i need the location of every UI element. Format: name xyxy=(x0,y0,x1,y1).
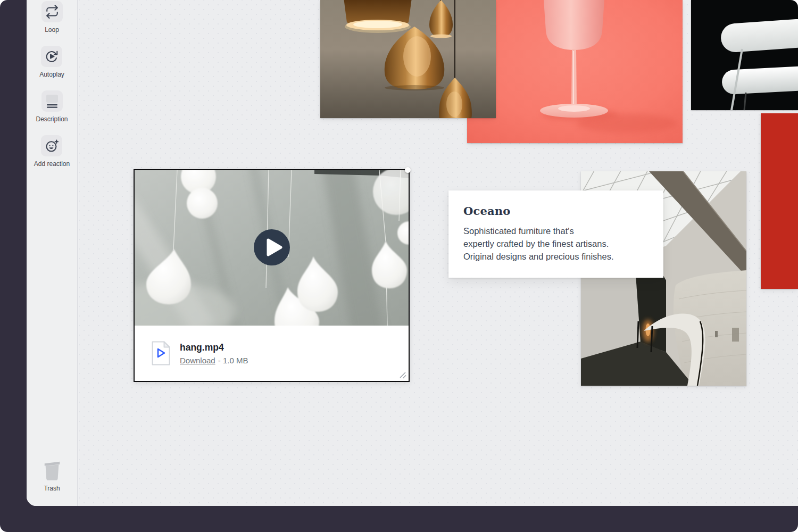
video-file-info: hang.mp4 Download- 1.0 MB xyxy=(135,326,409,381)
video-card[interactable]: hang.mp4 Download- 1.0 MB xyxy=(134,169,410,382)
tool-label: Add reaction xyxy=(34,160,70,168)
autoplay-icon xyxy=(45,49,59,63)
trash-label: Trash xyxy=(44,485,60,492)
play-button[interactable] xyxy=(253,229,290,266)
file-size: - 1.0 MB xyxy=(218,356,248,365)
pink-goblet-illustration xyxy=(467,0,683,143)
tool-label: Description xyxy=(36,115,68,123)
resize-handle[interactable] xyxy=(398,371,407,379)
description-button[interactable] xyxy=(41,90,63,112)
tool-autoplay[interactable]: Autoplay xyxy=(39,46,64,78)
tool-add-reaction[interactable]: Add reaction xyxy=(34,135,70,168)
video-file-icon xyxy=(151,340,171,366)
white-chair-illustration xyxy=(691,0,798,110)
description-icon xyxy=(45,94,60,109)
add-reaction-icon xyxy=(45,139,59,153)
video-meta: Download- 1.0 MB xyxy=(180,356,248,365)
file-text: hang.mp4 Download- 1.0 MB xyxy=(180,342,248,365)
image-card-white-chair[interactable] xyxy=(691,0,798,110)
loop-icon xyxy=(45,5,59,19)
video-thumbnail[interactable] xyxy=(135,170,409,326)
note-body: Sophisticated furniture that's expertly … xyxy=(463,225,649,263)
tool-loop[interactable]: Loop xyxy=(41,1,63,34)
app-screenshot: Loop Autoplay xyxy=(0,0,798,532)
image-card-red-block[interactable] xyxy=(761,113,798,289)
play-icon xyxy=(253,229,290,266)
image-card-pendant-lamps[interactable] xyxy=(320,0,496,118)
selection-handle[interactable] xyxy=(405,167,411,173)
tool-label: Autoplay xyxy=(39,71,64,78)
tool-label: Loop xyxy=(45,26,59,34)
tool-description[interactable]: Description xyxy=(36,90,68,123)
trash-dropzone[interactable]: Trash xyxy=(27,459,77,492)
moodboard-canvas[interactable]: Oceano Sophisticated furniture that's ex… xyxy=(79,0,798,506)
note-card-oceano[interactable]: Oceano Sophisticated furniture that's ex… xyxy=(448,190,663,278)
note-title: Oceano xyxy=(463,204,649,218)
autoplay-button[interactable] xyxy=(41,46,62,67)
toolbar-sidebar: Loop Autoplay xyxy=(27,0,78,506)
video-filename: hang.mp4 xyxy=(180,342,248,353)
add-reaction-button[interactable] xyxy=(41,135,62,156)
app-window: Loop Autoplay xyxy=(27,0,798,506)
loop-button[interactable] xyxy=(41,1,63,22)
download-link[interactable]: Download xyxy=(180,356,215,365)
image-card-pink-goblet[interactable] xyxy=(467,0,683,143)
tool-list: Loop Autoplay xyxy=(27,1,77,180)
trash-icon xyxy=(42,459,62,481)
pendant-lamps-illustration xyxy=(320,0,496,118)
